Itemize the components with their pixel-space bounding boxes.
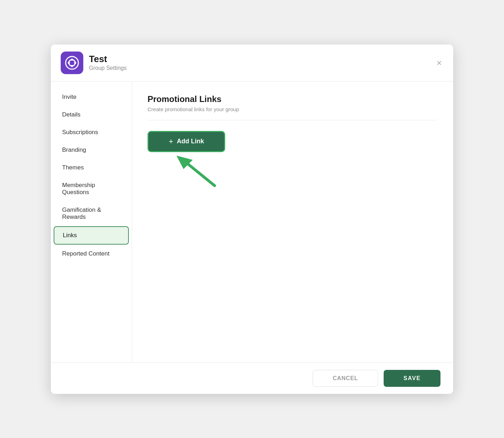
- header-text: Test Group Settings: [89, 54, 127, 71]
- app-subtitle: Group Settings: [89, 65, 127, 71]
- svg-line-6: [186, 163, 215, 186]
- app-name: Test: [89, 54, 127, 64]
- svg-point-0: [66, 56, 78, 69]
- arrow-annotation: [169, 152, 239, 187]
- add-link-button[interactable]: + Add Link: [148, 131, 225, 152]
- save-button[interactable]: SAVE: [384, 370, 440, 387]
- sidebar: Invite Details Subscriptions Branding Th…: [51, 82, 132, 362]
- content-area: Promotional Links Create promotional lin…: [132, 82, 453, 362]
- sidebar-item-gamification[interactable]: Gamification & Rewards: [54, 202, 129, 226]
- plus-icon: +: [169, 138, 173, 145]
- svg-point-3: [71, 65, 73, 67]
- green-arrow-icon: [169, 152, 225, 191]
- cancel-button[interactable]: CANCEL: [313, 370, 378, 387]
- section-divider: [148, 120, 438, 120]
- sidebar-item-details[interactable]: Details: [54, 106, 129, 123]
- section-title: Promotional Links: [148, 94, 438, 104]
- sidebar-item-branding[interactable]: Branding: [54, 142, 129, 158]
- modal-footer: CANCEL SAVE: [51, 362, 453, 394]
- section-subtitle: Create promotional links for your group: [148, 106, 438, 112]
- modal-body: Invite Details Subscriptions Branding Th…: [51, 82, 453, 362]
- svg-point-2: [71, 59, 73, 61]
- app-avatar: [61, 52, 83, 74]
- sidebar-item-membership-questions[interactable]: Membership Questions: [54, 177, 129, 201]
- sidebar-item-themes[interactable]: Themes: [54, 159, 129, 176]
- modal-header: Test Group Settings ×: [51, 44, 453, 82]
- sidebar-item-invite[interactable]: Invite: [54, 89, 129, 106]
- svg-point-5: [74, 62, 76, 64]
- sidebar-item-reported-content[interactable]: Reported Content: [54, 245, 129, 262]
- sidebar-item-subscriptions[interactable]: Subscriptions: [54, 124, 129, 141]
- modal-container: Test Group Settings × Invite Details Sub…: [51, 44, 453, 394]
- close-button[interactable]: ×: [435, 57, 443, 69]
- svg-point-4: [68, 62, 70, 64]
- sidebar-item-links[interactable]: Links: [54, 226, 129, 245]
- add-link-label: Add Link: [177, 138, 204, 145]
